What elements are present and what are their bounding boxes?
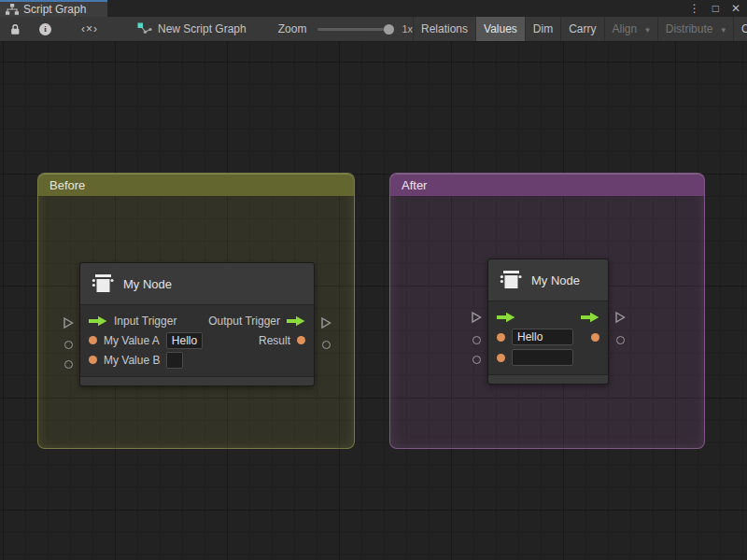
port-row: Hello	[488, 327, 608, 347]
port-row: My Value A Hello Result	[80, 330, 314, 350]
maximize-icon[interactable]: □	[712, 0, 719, 17]
code-icon: ‹×›	[81, 22, 98, 35]
new-graph-icon	[137, 22, 152, 35]
node-footer	[80, 376, 314, 385]
group-title: Before	[49, 178, 85, 192]
node-body: Input Trigger Output Trigger My Value A …	[80, 305, 314, 376]
trigger-output-port[interactable]	[287, 315, 305, 327]
unit-icon	[499, 268, 523, 292]
chevron-down-icon: ▾	[721, 25, 726, 35]
group-after-header[interactable]: After	[390, 174, 704, 196]
port-row: My Value B	[80, 350, 314, 370]
external-value-port[interactable]	[470, 333, 483, 346]
carry-label: Carry	[569, 22, 596, 35]
tab-script-graph[interactable]: Script Graph	[0, 0, 107, 17]
value-b-input[interactable]	[512, 349, 573, 366]
toolbar-right-group: Relations Values Dim Carry Align ▾ Distr…	[413, 17, 747, 41]
port-label: My Value A	[104, 334, 160, 347]
node-header[interactable]: My Node	[80, 263, 314, 305]
relations-button[interactable]: Relations	[414, 17, 475, 41]
external-value-port[interactable]	[319, 338, 332, 351]
value-input-port[interactable]	[497, 333, 505, 342]
align-dropdown[interactable]: Align ▾	[605, 17, 657, 41]
node-body: Hello	[488, 301, 608, 374]
title-bar: Script Graph ⋮ □ ✕	[0, 0, 747, 17]
port-label: Result	[259, 334, 290, 347]
external-value-port[interactable]	[62, 338, 75, 351]
new-graph-label: New Script Graph	[158, 22, 247, 35]
distribute-label: Distribute	[666, 22, 713, 35]
value-b-input[interactable]	[166, 352, 183, 369]
relations-label: Relations	[421, 22, 468, 35]
unit-icon	[91, 272, 115, 296]
port-row: Input Trigger Output Trigger	[80, 311, 314, 330]
menu-icon[interactable]: ⋮	[689, 0, 700, 17]
value-input-port[interactable]	[497, 354, 505, 362]
zoom-control: Zoom 1x	[278, 17, 413, 41]
external-value-port[interactable]	[470, 353, 483, 366]
external-value-port[interactable]	[613, 333, 627, 346]
code-view-button[interactable]: ‹×›	[61, 17, 119, 41]
lock-icon	[9, 23, 21, 35]
graph-toolbar: i ‹×› New Script Graph Zoom 1x Relations…	[0, 17, 747, 42]
node-footer	[488, 374, 608, 384]
distribute-dropdown[interactable]: Distribute ▾	[658, 17, 733, 41]
trigger-input-port[interactable]	[89, 315, 107, 327]
chevron-down-icon: ▾	[645, 25, 650, 35]
align-label: Align	[613, 22, 638, 35]
zoom-value: 1x	[402, 23, 413, 35]
node-header[interactable]: My Node	[488, 259, 608, 301]
trigger-input-port[interactable]	[497, 312, 515, 323]
port-row	[488, 347, 608, 368]
external-trigger-port[interactable]	[319, 316, 332, 329]
external-value-port[interactable]	[62, 357, 75, 371]
value-output-port[interactable]	[297, 336, 305, 344]
info-icon: i	[39, 23, 51, 35]
carry-button[interactable]: Carry	[561, 17, 603, 41]
external-trigger-port[interactable]	[613, 311, 627, 324]
dim-button[interactable]: Dim	[526, 17, 560, 41]
port-row	[488, 307, 608, 327]
value-output-port[interactable]	[591, 333, 599, 342]
graph-canvas[interactable]: Before After My Node Input	[0, 42, 747, 560]
dim-label: Dim	[533, 22, 553, 35]
values-label: Values	[484, 22, 517, 35]
port-label: My Value B	[104, 354, 160, 367]
port-label: Input Trigger	[114, 315, 176, 328]
value-a-input[interactable]: Hello	[512, 329, 573, 345]
node-my-node-after[interactable]: My Node Hello	[487, 259, 609, 385]
tab-title: Script Graph	[23, 3, 86, 16]
zoom-slider-handle[interactable]	[384, 24, 394, 35]
port-label: Output Trigger	[208, 315, 280, 328]
node-title: My Node	[531, 273, 580, 287]
lock-button[interactable]	[0, 17, 30, 41]
external-trigger-port[interactable]	[62, 316, 75, 329]
values-button[interactable]: Values	[476, 17, 525, 41]
zoom-label: Zoom	[278, 22, 307, 35]
trigger-output-port[interactable]	[581, 312, 599, 323]
window-controls: ⋮ □ ✕	[689, 0, 740, 17]
value-input-port[interactable]	[89, 336, 97, 344]
external-trigger-port[interactable]	[470, 311, 483, 324]
overview-label: Overview	[741, 22, 747, 35]
close-icon[interactable]: ✕	[731, 0, 740, 17]
inspect-button[interactable]: i	[30, 17, 61, 41]
value-input-port[interactable]	[89, 356, 97, 364]
overview-button[interactable]: Overview	[734, 17, 747, 41]
new-script-graph-button[interactable]: New Script Graph	[130, 17, 254, 41]
node-my-node-before[interactable]: My Node Input Trigger Output Trigger My …	[79, 262, 315, 386]
zoom-slider[interactable]	[317, 28, 394, 31]
script-graph-icon	[6, 4, 19, 15]
group-title: After	[402, 178, 427, 192]
node-title: My Node	[123, 277, 172, 291]
group-before-header[interactable]: Before	[38, 174, 354, 196]
value-a-input[interactable]: Hello	[166, 332, 203, 349]
